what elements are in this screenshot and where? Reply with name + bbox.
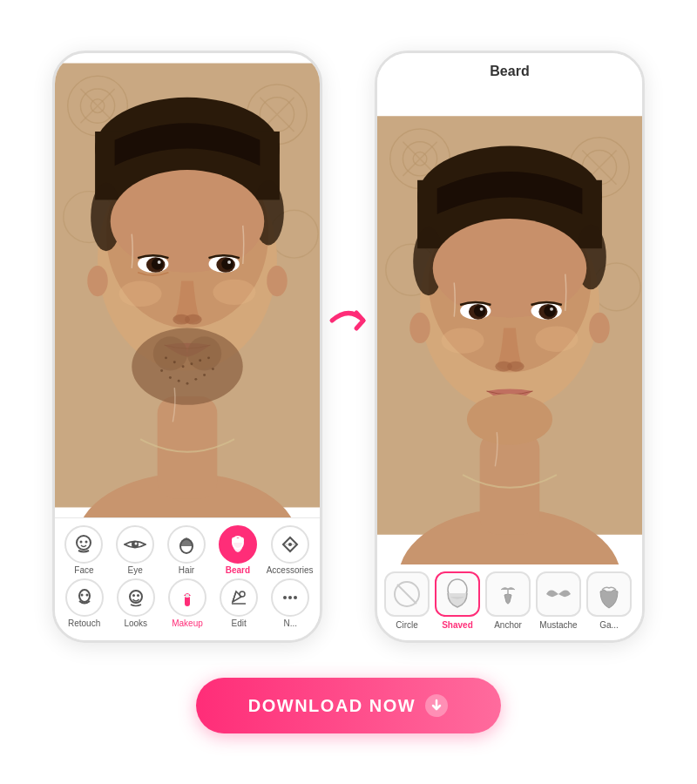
svg-point-98 [442,328,484,353]
download-icon [424,693,449,718]
download-button[interactable]: DOWNLOAD NOW [196,678,501,733]
beard-option-ga-box [586,571,632,617]
accessories-circle [271,525,309,564]
svg-point-96 [409,313,430,343]
svg-point-64 [240,591,245,597]
svg-point-29 [187,336,221,370]
svg-point-44 [267,266,288,296]
beard-option-anchor-box [485,571,531,617]
beard-option-anchor[interactable]: Anchor [485,571,531,630]
looks-label: Looks [124,618,147,628]
svg-point-66 [288,596,292,599]
beard-none-icon [391,578,423,610]
svg-point-16 [111,170,265,273]
svg-point-60 [132,594,135,597]
svg-point-95 [467,394,552,445]
left-toolbar: Face Eye [55,517,320,640]
right-face-photo [377,86,642,564]
toolbar-item-beard[interactable]: Beard [215,525,261,575]
svg-point-20 [158,260,161,264]
svg-point-36 [160,369,163,372]
looks-icon [126,588,145,607]
beard-page-title: Beard [377,53,642,86]
svg-point-41 [203,374,206,376]
svg-point-45 [119,281,162,307]
svg-point-31 [173,361,176,363]
svg-point-99 [535,326,578,351]
more-icon [281,588,300,607]
svg-point-65 [283,596,287,599]
svg-point-92 [550,308,553,311]
beard-shaved-icon [443,578,471,611]
toolbar-item-accessories[interactable]: Accessories [267,525,314,575]
beard-ga-icon [595,578,623,611]
download-label: DOWNLOAD NOW [248,696,416,716]
beard-anchor-icon [494,578,522,611]
svg-point-46 [213,280,255,305]
left-phone: Face Eye [52,51,322,643]
svg-point-40 [194,378,197,381]
beard-option-ga-label: Ga... [599,620,619,630]
svg-point-24 [227,260,231,264]
svg-point-58 [85,594,88,597]
svg-rect-9 [158,396,218,499]
left-phone-screen [55,53,320,517]
svg-point-43 [87,266,108,296]
edit-label: Edit [232,618,247,628]
arrow-svg [325,297,372,344]
svg-point-47 [77,536,91,550]
beard-option-mustache-box [536,571,581,617]
svg-point-19 [152,258,164,270]
beard-option-ga[interactable]: Ga... [586,571,632,630]
hair-circle [167,525,206,564]
beard-options-bar: Circle Shaved [377,564,642,640]
right-phone-screen [377,86,642,564]
makeup-label: Makeup [172,618,203,628]
face-label: Face [74,565,93,575]
makeup-circle [168,578,206,617]
edit-icon [229,588,248,607]
svg-point-35 [207,356,210,359]
toolbar-item-looks[interactable]: Looks [113,578,159,628]
face-circle [64,525,103,564]
svg-point-38 [178,380,180,382]
svg-point-30 [165,356,167,359]
svg-point-39 [186,382,189,385]
toolbar-item-makeup[interactable]: Makeup [165,578,210,628]
svg-point-84 [433,219,587,318]
svg-point-94 [507,362,524,372]
beard-option-shaved-box [435,571,480,617]
beard-option-shaved[interactable]: Shaved [435,571,480,630]
makeup-icon [179,587,195,608]
svg-point-26 [185,314,202,325]
svg-point-37 [169,376,172,379]
toolbar-item-more[interactable]: N... [267,578,313,628]
svg-point-34 [199,359,201,362]
beard-option-mustache[interactable]: Mustache [536,571,581,630]
transition-arrow [322,297,375,344]
toolbar-item-edit[interactable]: Edit [216,578,261,628]
phones-container: Face Eye [52,51,645,643]
hair-icon [176,534,197,555]
beard-option-circle[interactable]: Circle [384,571,430,630]
svg-rect-63 [186,594,189,598]
retouch-circle [65,578,104,617]
edit-circle [220,578,258,617]
toolbar-row-1: Face Eye [58,525,316,575]
beard-circle [219,525,257,564]
svg-point-51 [135,543,138,545]
toolbar-item-eye[interactable]: Eye [112,525,158,575]
toolbar-item-hair[interactable]: Hair [164,525,209,575]
svg-point-33 [190,362,193,365]
beard-mustache-icon [543,581,574,607]
beard-option-shaved-label: Shaved [442,620,473,630]
beard-option-circle-box [384,571,430,617]
toolbar-item-retouch[interactable]: Retouch [62,578,107,628]
svg-point-97 [589,313,610,343]
svg-point-87 [474,305,486,317]
svg-point-48 [80,541,83,544]
svg-rect-77 [480,432,540,535]
more-circle [271,578,309,617]
toolbar-item-face[interactable]: Face [61,525,106,575]
looks-circle [117,578,155,617]
